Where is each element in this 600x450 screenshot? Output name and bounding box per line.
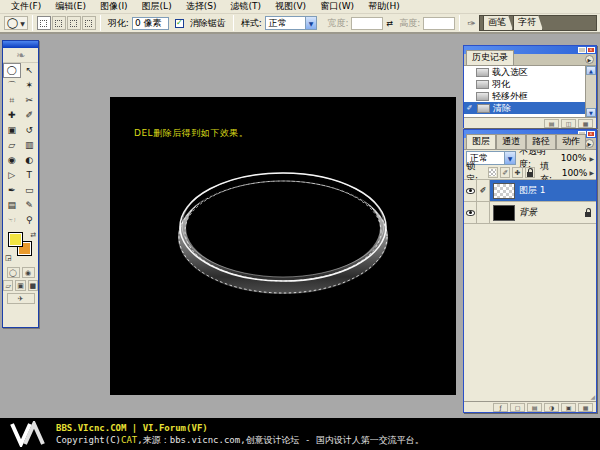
tool-zoom-button[interactable]: ⚲ bbox=[21, 213, 39, 228]
toolbox-title-bar[interactable] bbox=[3, 41, 38, 48]
subtract-from-selection-button[interactable] bbox=[67, 16, 81, 30]
fill-value[interactable]: 100% bbox=[562, 168, 588, 178]
layer-row-layer1[interactable]: ✐ 图层 1 bbox=[464, 180, 596, 202]
flyout-menu-icon[interactable]: ▶ bbox=[585, 55, 594, 64]
tool-blur-button[interactable]: ◉ bbox=[3, 153, 21, 168]
swap-dimensions-icon[interactable]: ⇄ bbox=[386, 19, 393, 28]
tool-history-brush-button[interactable]: ↺ bbox=[21, 123, 39, 138]
history-item[interactable]: 载入选区 bbox=[464, 66, 585, 78]
menu-window[interactable]: 窗口(W) bbox=[313, 0, 361, 13]
style-dropdown[interactable]: 正常 ▼ bbox=[265, 16, 317, 30]
history-item[interactable]: 羽化 bbox=[464, 78, 585, 90]
layer-main[interactable]: 图层 1 bbox=[490, 180, 596, 201]
height-input[interactable] bbox=[423, 17, 455, 30]
tool-eyedropper-button[interactable]: ✎ bbox=[21, 198, 39, 213]
tool-brush-button[interactable]: ✐ bbox=[21, 108, 39, 123]
link-column[interactable] bbox=[477, 202, 490, 223]
history-item[interactable]: 轻移外框 bbox=[464, 90, 585, 102]
layer-thumbnail[interactable] bbox=[493, 183, 515, 199]
menu-view[interactable]: 视图(V) bbox=[268, 0, 313, 13]
visibility-column[interactable] bbox=[464, 202, 477, 223]
tool-gradient-button[interactable]: ▥ bbox=[21, 138, 39, 153]
tool-eraser-button[interactable]: ▱ bbox=[3, 138, 21, 153]
delete-state-button[interactable]: ▦ bbox=[578, 119, 593, 128]
tool-healing-brush-button[interactable]: ✚ bbox=[3, 108, 21, 123]
antialias-checkbox[interactable]: ✓ bbox=[175, 19, 184, 28]
scroll-up-icon[interactable]: ▲ bbox=[586, 66, 596, 75]
history-item-selected[interactable]: ✐ 清除 bbox=[464, 102, 585, 114]
default-colors-icon[interactable]: ◲ bbox=[5, 254, 14, 262]
fullscreen-button[interactable]: ■ bbox=[28, 280, 38, 291]
fullscreen-menubar-button[interactable]: ▣ bbox=[15, 280, 25, 291]
lock-pixels-icon[interactable]: ✐ bbox=[500, 167, 510, 178]
lock-transparency-icon[interactable] bbox=[488, 167, 498, 178]
tool-path-selection-button[interactable]: ▷ bbox=[3, 168, 21, 183]
minimize-icon[interactable] bbox=[578, 47, 586, 53]
menu-layer[interactable]: 图层(L) bbox=[135, 0, 179, 13]
history-scrollbar[interactable]: ▲ ▼ bbox=[585, 66, 596, 117]
tool-slice-button[interactable]: ✂ bbox=[21, 93, 39, 108]
menu-filter[interactable]: 滤镜(T) bbox=[223, 0, 268, 13]
tool-crop-button[interactable]: ⌗ bbox=[3, 93, 21, 108]
tool-elliptical-marquee-button[interactable]: ◯ bbox=[3, 63, 21, 78]
tool-preset-picker[interactable]: ◯ ▼ bbox=[4, 16, 28, 30]
menu-file[interactable]: 文件(F) bbox=[4, 0, 48, 13]
lock-all-icon[interactable] bbox=[525, 167, 535, 178]
tab-paths[interactable]: 路径 bbox=[526, 134, 556, 149]
tool-notes-button[interactable]: ▤ bbox=[3, 198, 21, 213]
jump-to-imageready-button[interactable]: ✈ bbox=[7, 293, 35, 304]
tab-layers[interactable]: 图层 bbox=[466, 134, 496, 149]
standard-mode-button[interactable]: ◯ bbox=[7, 267, 20, 278]
fill-spinner-icon[interactable]: ▶ bbox=[589, 169, 594, 176]
tool-pen-button[interactable]: ✒ bbox=[3, 183, 21, 198]
adjustment-layer-button[interactable]: ◑ bbox=[544, 403, 559, 412]
new-snapshot-button[interactable]: ◫ bbox=[561, 119, 576, 128]
new-group-button[interactable]: ▤ bbox=[527, 403, 542, 412]
tool-hand-button[interactable]: ☜ bbox=[3, 213, 21, 228]
tool-magic-wand-button[interactable]: ✶ bbox=[21, 78, 39, 93]
tab-channels[interactable]: 通道 bbox=[496, 134, 526, 149]
history-brush-source-icon[interactable]: ✐ bbox=[465, 104, 474, 112]
tool-shape-button[interactable]: ▭ bbox=[21, 183, 39, 198]
quick-mask-mode-button[interactable]: ◉ bbox=[22, 267, 35, 278]
tool-move-button[interactable]: ↖ bbox=[21, 63, 39, 78]
layer-main[interactable]: 背景 bbox=[490, 202, 596, 223]
layer-name[interactable]: 背景 bbox=[519, 206, 537, 219]
intersect-selection-button[interactable] bbox=[82, 16, 96, 30]
flyout-menu-icon[interactable]: ▶ bbox=[585, 139, 594, 148]
tool-dodge-button[interactable]: ◐ bbox=[21, 153, 39, 168]
add-to-selection-button[interactable] bbox=[52, 16, 66, 30]
resize-grip-icon[interactable]: ◢ bbox=[590, 393, 595, 400]
well-tab-brushes[interactable]: 画笔 bbox=[483, 15, 513, 30]
opacity-value[interactable]: 100% bbox=[561, 153, 587, 163]
eye-icon[interactable] bbox=[466, 188, 475, 194]
feather-input[interactable]: 0 像素 bbox=[132, 17, 170, 30]
tab-history[interactable]: 历史记录 bbox=[466, 50, 514, 65]
width-input[interactable] bbox=[351, 17, 383, 30]
menu-help[interactable]: 帮助(H) bbox=[361, 0, 407, 13]
layer-thumbnail[interactable] bbox=[493, 205, 515, 221]
layer-name[interactable]: 图层 1 bbox=[519, 184, 546, 197]
brush-palette-icon[interactable]: ✑ bbox=[464, 16, 479, 31]
delete-layer-button[interactable]: ▦ bbox=[578, 403, 593, 412]
menu-image[interactable]: 图像(I) bbox=[93, 0, 135, 13]
new-document-from-state-button[interactable]: ▤ bbox=[544, 119, 559, 128]
well-tab-character[interactable]: 字符 bbox=[513, 15, 543, 30]
opacity-spinner-icon[interactable]: ▶ bbox=[589, 155, 594, 162]
new-selection-button[interactable] bbox=[37, 16, 51, 30]
lock-position-icon[interactable]: ✚ bbox=[512, 167, 522, 178]
eye-icon[interactable] bbox=[466, 210, 475, 216]
close-icon[interactable]: × bbox=[587, 47, 595, 53]
tool-type-button[interactable]: T bbox=[21, 168, 39, 183]
tool-clone-stamp-button[interactable]: ▣ bbox=[3, 123, 21, 138]
scroll-down-icon[interactable]: ▼ bbox=[586, 108, 596, 117]
tool-lasso-button[interactable]: ⌒ bbox=[3, 78, 21, 93]
close-icon[interactable]: × bbox=[587, 131, 595, 137]
layer-row-background[interactable]: 背景 bbox=[464, 202, 596, 224]
tab-actions[interactable]: 动作 bbox=[556, 134, 586, 149]
visibility-column[interactable] bbox=[464, 180, 477, 201]
document-canvas[interactable]: DEL删除后得到如下效果。 bbox=[110, 97, 456, 395]
layer-style-button[interactable]: ƒ bbox=[493, 403, 508, 412]
menu-edit[interactable]: 编辑(E) bbox=[48, 0, 93, 13]
link-column[interactable]: ✐ bbox=[477, 180, 490, 201]
